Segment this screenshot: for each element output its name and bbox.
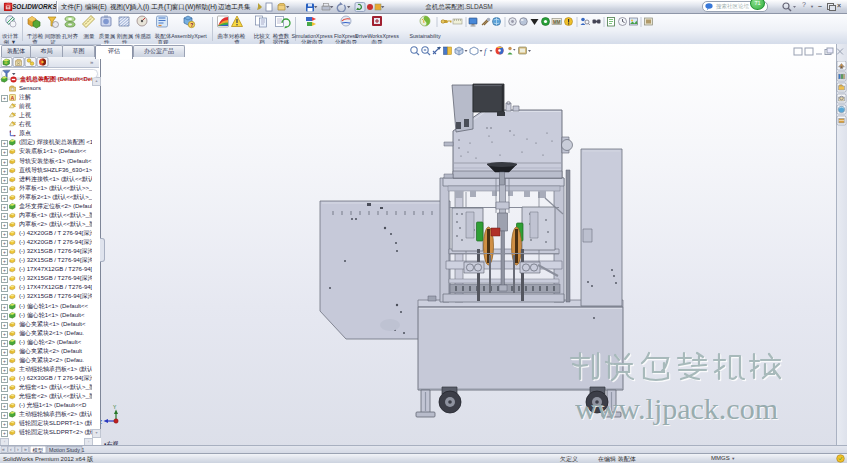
svg-text:www.ljpack.com: www.ljpack.com	[575, 392, 778, 425]
svg-text:MM: MM	[553, 20, 561, 25]
svg-text:»: »	[24, 446, 27, 452]
svg-text:测量: 测量	[84, 33, 96, 40]
svg-text:Sustainability: Sustainability	[409, 33, 441, 39]
svg-text:Motion Study 1: Motion Study 1	[49, 447, 84, 453]
svg-text:f: f	[484, 47, 488, 56]
svg-text:Y: Y	[113, 404, 117, 410]
svg-text:孔对齐: 孔对齐	[62, 33, 79, 40]
svg-text:Z: Z	[101, 419, 102, 425]
svg-text:AssemblyXpert: AssemblyXpert	[171, 33, 207, 39]
svg-text:A: A	[11, 95, 15, 101]
svg-text:?: ?	[190, 22, 193, 28]
svg-text:曲率: 曲率	[218, 33, 230, 40]
svg-text:»: »	[90, 59, 94, 65]
svg-text:«: «	[2, 446, 5, 452]
svg-text:传感器: 传感器	[135, 33, 152, 39]
